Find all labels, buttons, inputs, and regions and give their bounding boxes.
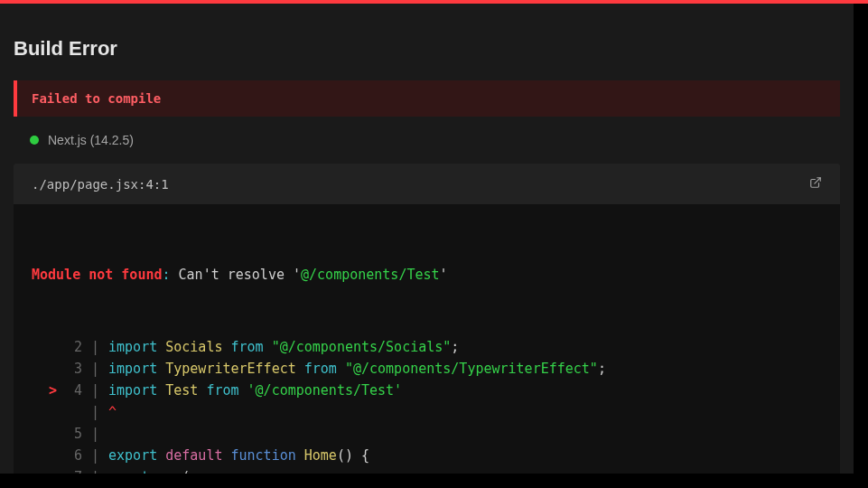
- gutter-marker: [32, 445, 57, 466]
- code-panel: ./app/page.jsx:4:1 Module not found: Can…: [14, 164, 840, 474]
- gutter-pipe: |: [82, 358, 108, 380]
- line-number: 3: [57, 358, 82, 380]
- error-title: Build Error: [14, 37, 840, 61]
- file-location: ./app/page.jsx:4:1: [32, 177, 169, 192]
- code-header: ./app/page.jsx:4:1: [14, 164, 840, 204]
- gutter-pipe: |: [82, 466, 108, 474]
- code-content: import Socials from "@/components/Social…: [108, 336, 459, 358]
- external-link-icon: [809, 176, 822, 189]
- line-number: [57, 401, 82, 423]
- framework-meta: Next.js (14.2.5): [14, 133, 840, 147]
- gutter-marker: [32, 358, 57, 380]
- code-line: 5|: [32, 423, 822, 445]
- error-message: Module not found: Can't resolve '@/compo…: [32, 264, 822, 286]
- line-number: 7: [57, 466, 82, 474]
- error-banner: Failed to compile: [14, 80, 840, 117]
- gutter-pipe: |: [82, 423, 108, 445]
- framework-label: Next.js (14.2.5): [48, 133, 134, 147]
- error-suffix: ': [440, 267, 448, 283]
- gutter-pipe: |: [82, 445, 108, 466]
- status-dot-icon: [30, 136, 39, 145]
- gutter-pipe: |: [82, 380, 108, 401]
- gutter-marker: [32, 466, 57, 474]
- error-text: Can't resolve ': [171, 267, 302, 283]
- code-content: return (: [108, 466, 190, 474]
- gutter-marker: [32, 423, 57, 445]
- svg-line-0: [815, 178, 820, 183]
- line-number: 5: [57, 423, 82, 445]
- code-content: import Test from '@/components/Test': [108, 380, 402, 401]
- error-module: @/components/Test: [301, 267, 440, 283]
- error-overlay-content: Build Error Failed to compile Next.js (1…: [0, 4, 854, 474]
- open-external-button[interactable]: [809, 176, 822, 192]
- code-body: Module not found: Can't resolve '@/compo…: [14, 204, 840, 474]
- code-line: >4|import Test from '@/components/Test': [32, 380, 822, 401]
- gutter-pipe: |: [82, 336, 108, 358]
- code-line: |^: [32, 401, 822, 423]
- error-overlay-scroll[interactable]: Build Error Failed to compile Next.js (1…: [0, 4, 854, 474]
- code-content: ^: [108, 401, 117, 423]
- gutter-marker: [32, 336, 57, 358]
- line-number: 4: [57, 380, 82, 401]
- gutter-pipe: |: [82, 401, 108, 423]
- code-line: 2|import Socials from "@/components/Soci…: [32, 336, 822, 358]
- code-content: export default function Home() {: [108, 445, 369, 466]
- line-number: 6: [57, 445, 82, 466]
- code-line: 6|export default function Home() {: [32, 445, 822, 466]
- code-content: import TypewriterEffect from "@/componen…: [108, 358, 606, 380]
- error-prefix: Module not found: [32, 267, 163, 283]
- gutter-marker: [32, 401, 57, 423]
- error-marker: >: [32, 380, 57, 401]
- error-sep: :: [163, 267, 171, 283]
- code-line: 3|import TypewriterEffect from "@/compon…: [32, 358, 822, 380]
- line-number: 2: [57, 336, 82, 358]
- code-line: 7| return (: [32, 466, 822, 474]
